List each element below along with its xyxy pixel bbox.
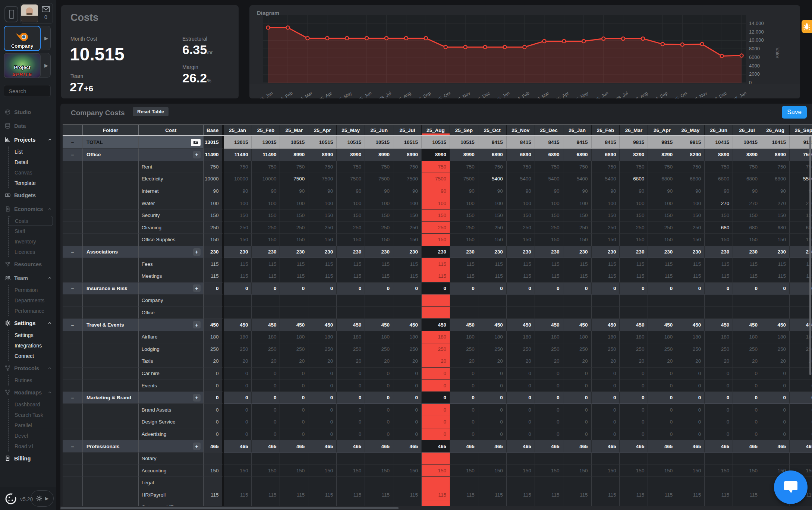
month-cell-26_Mar[interactable] [620,453,648,465]
sidebar-item-projects[interactable]: Projects [0,133,56,147]
sidebar-subitem-rutines[interactable]: Rutines [9,375,56,385]
month-cell-25_Mar[interactable]: 150 [280,465,308,477]
sidebar-subitem-departments[interactable]: Departments [9,295,56,306]
month-cell-25_Sep[interactable]: 10515 [450,136,478,149]
month-cell-25_Feb[interactable]: 100 [252,197,280,210]
month-cell-26_Mar[interactable]: 0 [620,392,648,404]
month-cell-26_Apr[interactable]: 0 [648,380,676,392]
month-cell-25_Feb[interactable] [252,453,280,465]
month-cell-26_Sep[interactable]: 0 [790,416,812,428]
month-cell-25_Jun[interactable]: 0 [365,392,393,404]
cost-name[interactable]: Lodging [139,343,204,356]
month-cell-25_Nov[interactable]: 5400 [507,173,535,185]
base-cell[interactable]: 0 [204,380,224,392]
month-cell-25_Jul[interactable]: 450 [393,319,422,331]
reset-table-button[interactable]: Reset Table [133,107,169,116]
month-cell-25_Jun[interactable]: 8990 [365,149,393,161]
chart-point[interactable] [365,37,368,40]
month-cell-25_Jan[interactable]: 0 [224,404,252,416]
chart-point[interactable] [542,40,546,43]
month-cell-25_Dec[interactable]: 0 [535,404,563,416]
month-cell-26_May[interactable]: 150 [676,210,705,222]
sidebar-subitem-template[interactable]: Template [9,178,56,188]
mail-widget[interactable]: 0 [40,6,51,20]
month-cell-25_Nov[interactable]: 0 [507,283,535,295]
header-month-26_Jan[interactable]: 26_Jan [563,125,592,135]
month-cell-25_Aug[interactable]: 250 [422,222,450,234]
month-cell-25_May[interactable]: 750 [337,161,365,173]
sidebar-item-protocols[interactable]: Protocols [0,361,56,375]
month-cell-26_Apr[interactable]: 750 [648,161,676,173]
sidebar-item-studio[interactable]: Studio [0,105,56,119]
month-cell-25_Jun[interactable]: 750 [365,161,393,173]
month-cell-26_Aug[interactable]: 150 [761,210,790,222]
month-cell-25_Jun[interactable]: 180 [365,331,393,343]
month-cell-26_Sep[interactable]: 115 [790,270,812,283]
header-month-26_Jun[interactable]: 26_Jun [705,125,733,135]
add-cost-button[interactable]: + [193,394,201,402]
month-cell-25_May[interactable]: 450 [337,319,365,331]
month-cell-25_Oct[interactable]: 180 [478,331,507,343]
month-cell-26_Sep[interactable]: 230 [790,246,812,258]
month-cell-25_Sep[interactable]: 115 [450,270,478,283]
cost-name[interactable]: Events [139,380,204,392]
month-cell-25_Feb[interactable] [252,295,280,307]
month-cell-25_Nov[interactable]: 0 [507,416,535,428]
month-cell-26_Jun[interactable] [705,295,733,307]
month-cell-26_Jan[interactable]: 750 [563,161,592,173]
base-cell[interactable] [204,477,224,489]
chart-point[interactable] [306,37,309,40]
month-cell-25_Jun[interactable]: 150 [365,465,393,477]
month-cell-25_Oct[interactable]: 150 [478,234,507,246]
month-cell-25_Aug[interactable]: 450 [422,319,450,331]
month-cell-25_Sep[interactable]: 230 [450,246,478,258]
month-cell-25_Jan[interactable]: 0 [224,392,252,404]
month-cell-26_Sep[interactable]: 250 [790,343,812,356]
chart-point[interactable] [286,26,289,29]
month-cell-25_Jan[interactable]: 0 [224,283,252,295]
company-card[interactable]: Company ▶ [4,26,51,50]
base-cell[interactable]: 250 [204,343,224,356]
month-cell-25_Aug[interactable]: 250 [422,343,450,356]
month-cell-25_Dec[interactable] [535,453,563,465]
month-cell-25_May[interactable]: 115 [337,489,365,501]
cost-name[interactable]: Water [139,197,204,210]
month-cell-25_Nov[interactable]: 180 [507,331,535,343]
month-cell-26_Mar[interactable]: 0 [620,283,648,295]
month-cell-25_Feb[interactable]: 0 [252,283,280,295]
month-cell-25_Jan[interactable] [224,453,252,465]
month-cell-26_Aug[interactable]: 0 [761,368,790,380]
chart-point[interactable] [484,45,487,49]
month-cell-25_Jan[interactable]: 750 [224,161,252,173]
month-cell-26_May[interactable]: 450 [676,319,705,331]
month-cell-25_Jun[interactable]: 0 [365,283,393,295]
month-cell-26_May[interactable]: 180 [676,331,705,343]
month-cell-26_Jul[interactable]: 0 [733,416,761,428]
month-cell-26_Jun[interactable]: 90 [705,185,733,198]
month-cell-25_May[interactable]: 180 [337,331,365,343]
month-cell-25_Nov[interactable]: 100 [507,197,535,210]
month-cell-26_Aug[interactable]: 0 [761,404,790,416]
base-cell[interactable]: 0 [204,416,224,428]
month-cell-25_Nov[interactable]: 20 [507,355,535,368]
month-cell-26_Feb[interactable] [592,307,620,319]
chart-point[interactable] [562,40,566,43]
month-cell-26_Jan[interactable]: 8415 [563,136,592,149]
month-cell-26_Jan[interactable]: 90 [563,185,592,198]
header-month-25_Aug[interactable]: 25_Aug [422,125,450,135]
month-cell-25_Jan[interactable] [224,477,252,489]
month-cell-25_Jul[interactable]: 750 [393,161,422,173]
month-cell-25_Nov[interactable] [507,453,535,465]
month-cell-25_Jul[interactable] [393,453,422,465]
month-cell-25_Jun[interactable]: 250 [365,222,393,234]
month-cell-25_Oct[interactable]: 230 [478,246,507,258]
month-cell-26_May[interactable]: 0 [676,428,705,441]
header-month-26_Mar[interactable]: 26_Mar [620,125,648,135]
month-cell-26_Sep[interactable]: 90 [790,185,812,198]
cookie-icon[interactable] [4,492,17,505]
month-cell-25_Nov[interactable]: 6890 [507,149,535,161]
month-cell-25_Apr[interactable]: 150 [308,210,337,222]
month-cell-26_Jun[interactable]: 680 [705,222,733,234]
month-cell-26_Jul[interactable]: 10415 [733,136,761,149]
month-cell-26_May[interactable]: 115 [676,270,705,283]
